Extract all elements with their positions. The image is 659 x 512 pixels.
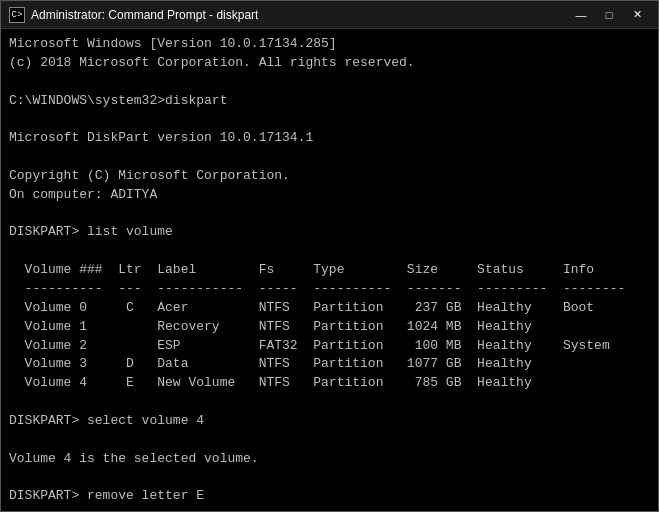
window: C> Administrator: Command Prompt - diskp… (0, 0, 659, 512)
maximize-button[interactable]: □ (596, 5, 622, 25)
terminal-output: Microsoft Windows [Version 10.0.17134.28… (1, 29, 658, 511)
title-bar-text: Administrator: Command Prompt - diskpart (31, 8, 568, 22)
window-icon: C> (9, 7, 25, 23)
title-bar-controls: — □ ✕ (568, 5, 650, 25)
title-bar: C> Administrator: Command Prompt - diskp… (1, 1, 658, 29)
minimize-button[interactable]: — (568, 5, 594, 25)
close-button[interactable]: ✕ (624, 5, 650, 25)
